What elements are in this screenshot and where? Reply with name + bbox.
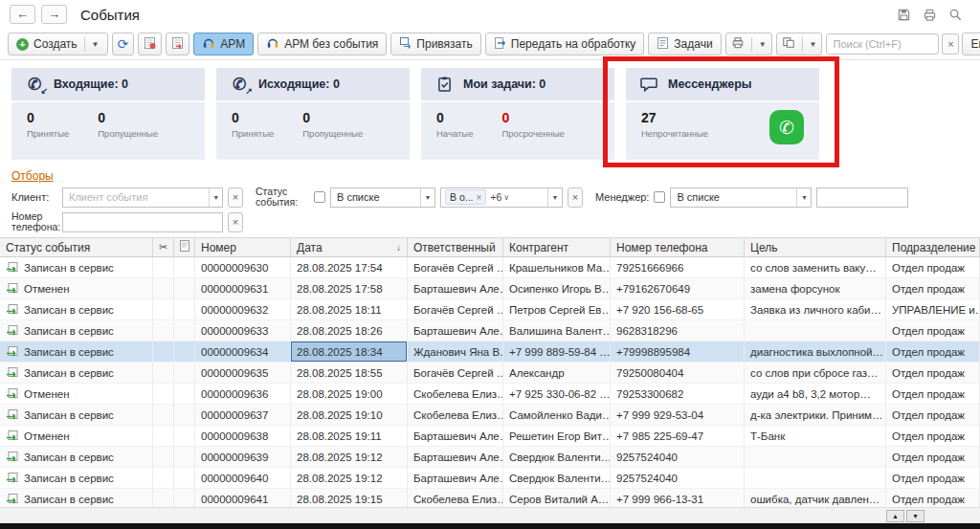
cell-goal[interactable] xyxy=(745,468,886,489)
table-row[interactable]: Записан в сервис 00000009632 28.08.2025 … xyxy=(0,299,980,320)
manager-filter-combo[interactable]: В списке ▼ xyxy=(670,187,812,208)
cell-doc[interactable] xyxy=(174,363,195,384)
cell-department[interactable]: Отдел продаж xyxy=(886,426,980,447)
chevron-down-icon[interactable]: ▼ xyxy=(92,40,100,49)
cell-doc[interactable] xyxy=(174,278,195,299)
cell-number[interactable]: 00000009630 xyxy=(195,257,291,278)
header-date[interactable]: Дата↓ xyxy=(291,237,408,257)
cell-doc[interactable] xyxy=(174,468,195,489)
scroll-down-button[interactable]: ▼ xyxy=(906,510,924,522)
cell-phone[interactable]: 9257524040 xyxy=(611,468,745,489)
cell-goal[interactable]: со слов заменить ваку… xyxy=(745,257,886,278)
cell-phone[interactable]: 9257524040 xyxy=(611,447,745,468)
forward-button[interactable]: → xyxy=(41,5,67,24)
cell-number[interactable]: 00000009632 xyxy=(195,299,291,320)
cell-status[interactable]: Записан в сервис xyxy=(0,447,153,468)
cell-phone[interactable]: 79251666966 xyxy=(611,257,745,278)
tag-remove-icon[interactable]: × xyxy=(477,192,482,203)
my-tasks-card[interactable]: Мои задачи: 0 0Начатые 0Просроченные xyxy=(421,68,614,160)
cell-date[interactable]: 28.08.2025 18:55 xyxy=(291,363,408,384)
extra-filter-combo[interactable] xyxy=(816,187,908,208)
table-row[interactable]: Записан в сервис 00000009640 28.08.2025 … xyxy=(0,468,980,489)
cell-department[interactable]: Отдел продаж xyxy=(886,363,980,384)
cell-contragent[interactable]: Свердюк Валенти… xyxy=(503,468,611,489)
cell-cut[interactable] xyxy=(153,447,174,468)
header-cut[interactable]: ✂ xyxy=(153,237,174,257)
cell-phone[interactable]: +7 985 225-69-47 xyxy=(611,426,745,447)
print-menu-button[interactable]: ▼ xyxy=(725,33,772,55)
cell-responsible[interactable]: Барташевич Але… xyxy=(408,468,503,489)
header-contragent[interactable]: Контрагент xyxy=(503,237,611,257)
cell-phone[interactable]: 79253300682 xyxy=(611,384,745,405)
table-row[interactable]: Записан в сервис 00000009639 28.08.2025 … xyxy=(0,447,980,468)
client-filter-combo[interactable]: ▼ xyxy=(62,187,223,208)
cell-goal[interactable]: со слов при сбросе газ… xyxy=(745,363,886,384)
cell-responsible[interactable]: Скобелева Елиз… xyxy=(408,405,503,426)
cell-date[interactable]: 28.08.2025 18:34 xyxy=(291,342,408,363)
cell-contragent[interactable]: Валишина Валент… xyxy=(503,320,611,342)
cell-responsible[interactable]: Барташевич Але… xyxy=(408,278,503,299)
cell-department[interactable]: Отдел продаж xyxy=(886,342,980,363)
cell-goal[interactable] xyxy=(745,320,886,342)
cell-goal[interactable]: Заявка из личного каби… xyxy=(745,299,886,320)
create-button[interactable]: + Создать ▼ xyxy=(8,33,108,55)
table-row[interactable]: Записан в сервис 00000009635 28.08.2025 … xyxy=(0,363,980,384)
cell-department[interactable]: Отдел продаж xyxy=(886,257,980,278)
cell-responsible[interactable]: Жданович Яна В… xyxy=(408,342,503,363)
cell-status[interactable]: Записан в сервис xyxy=(0,363,153,384)
table-row[interactable]: Записан в сервис 00000009634 28.08.2025 … xyxy=(0,342,980,363)
header-goal[interactable]: Цель xyxy=(745,237,886,257)
cell-goal[interactable] xyxy=(745,447,886,468)
table-row[interactable]: Отменен 00000009638 28.08.2025 19:11 Бар… xyxy=(0,426,980,447)
cell-number[interactable]: 00000009631 xyxy=(195,278,291,299)
cell-goal[interactable]: Т-Банк xyxy=(745,426,886,447)
cell-contragent[interactable]: Осипенко Игорь В… xyxy=(503,278,611,299)
cell-status[interactable]: Записан в сервис xyxy=(0,320,153,342)
tasks-button[interactable]: Задачи xyxy=(648,33,721,55)
cell-phone[interactable]: 9628318296 xyxy=(611,320,745,342)
export-menu-button[interactable]: ▼ xyxy=(776,33,823,55)
cell-responsible[interactable]: Богачёв Сергей … xyxy=(408,257,503,278)
cell-number[interactable]: 00000009635 xyxy=(195,363,291,384)
chevron-down-icon[interactable]: ▼ xyxy=(810,40,817,49)
cell-cut[interactable] xyxy=(153,468,174,489)
table-row[interactable]: Записан в сервис 00000009633 28.08.2025 … xyxy=(0,320,980,342)
phone-filter-combo[interactable] xyxy=(62,212,223,232)
cell-date[interactable]: 28.08.2025 17:54 xyxy=(291,257,408,278)
manager-filter-checkbox[interactable] xyxy=(654,191,665,203)
cell-doc[interactable] xyxy=(174,405,195,426)
cell-responsible[interactable]: Богачёв Сергей … xyxy=(408,363,503,384)
cell-responsible[interactable]: Барташевич Але… xyxy=(408,320,503,342)
save-icon[interactable] xyxy=(897,8,911,22)
cell-date[interactable]: 28.08.2025 19:00 xyxy=(291,384,408,405)
cell-contragent[interactable]: Свердюк Валенти… xyxy=(503,447,611,468)
print-icon[interactable] xyxy=(923,8,937,22)
cell-goal[interactable]: замена форсунок xyxy=(745,278,886,299)
cell-department[interactable]: Отдел продаж xyxy=(886,447,980,468)
cell-responsible[interactable]: Богачёв Сергей … xyxy=(408,299,503,320)
cell-phone[interactable]: +79998895984 xyxy=(611,342,745,363)
cell-responsible[interactable]: Барташевич Але… xyxy=(408,426,503,447)
more-button[interactable]: Еще ▼ xyxy=(962,33,980,55)
header-phone[interactable]: Номер телефона xyxy=(611,237,745,257)
header-department[interactable]: Подразделение xyxy=(886,237,980,257)
cell-doc[interactable] xyxy=(174,299,195,320)
cell-responsible[interactable]: Барташевич Але… xyxy=(408,447,503,468)
cell-doc[interactable] xyxy=(174,426,195,447)
cell-cut[interactable] xyxy=(153,299,174,320)
cell-status[interactable]: Записан в сервис xyxy=(0,257,153,278)
scroll-up-button[interactable]: ▲ xyxy=(886,510,904,522)
cell-doc[interactable] xyxy=(174,342,195,363)
chevron-down-icon[interactable]: ▼ xyxy=(547,188,562,207)
cell-doc[interactable] xyxy=(174,447,195,468)
back-button[interactable]: ← xyxy=(10,5,35,24)
cell-status[interactable]: Отменен xyxy=(0,384,153,405)
cell-date[interactable]: 28.08.2025 19:12 xyxy=(291,468,408,489)
report-out-button[interactable] xyxy=(166,33,189,55)
whatsapp-icon[interactable]: ✆ xyxy=(769,110,804,144)
cell-number[interactable]: 00000009633 xyxy=(195,320,291,342)
cell-goal[interactable]: ауди а4 b8, 3,2 мотор… xyxy=(745,384,886,405)
cell-department[interactable]: Отдел продаж xyxy=(886,384,980,405)
arm-button[interactable]: АРМ xyxy=(193,33,254,55)
cell-date[interactable]: 28.08.2025 18:26 xyxy=(291,320,408,342)
